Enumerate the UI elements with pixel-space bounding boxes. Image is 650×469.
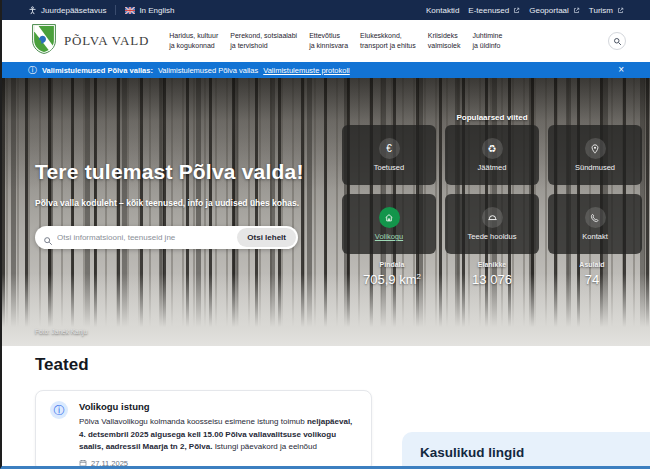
topbar-link-turism[interactable]: Turism — [589, 6, 624, 15]
stat-label: Pindala — [342, 261, 442, 268]
stat-pindala: Pindala 705,9 km2 — [342, 261, 442, 287]
accessibility-link[interactable]: Juurdepääsetavus — [28, 6, 106, 15]
notice-title: Volikogu istung — [79, 401, 357, 412]
stat-value: 705,9 km2 — [342, 272, 442, 287]
recycle-icon: ♻ — [482, 138, 503, 159]
external-link-icon — [513, 7, 520, 14]
notice-date-text: 27.11.2025 — [91, 459, 128, 468]
tile-kontakt[interactable]: Kontakt — [548, 194, 642, 254]
hero-section: Tere tulemast Põlva valda! Põlva valla k… — [2, 78, 650, 346]
banner-title: Valimistulemused Põlva vallas: — [42, 66, 153, 75]
language-switch[interactable]: In English — [125, 6, 174, 15]
hero-subtitle: Põlva valla koduleht – kõik teenused, in… — [35, 198, 299, 208]
notice-text: Põlva Vallavolikogu kolmanda koosseisu e… — [79, 416, 357, 454]
accessibility-label: Juurdepääsetavus — [41, 6, 106, 15]
phone-icon — [585, 207, 606, 228]
language-label: In English — [139, 6, 174, 15]
tile-label: Kontakt — [582, 232, 607, 241]
notice-card[interactable]: ⓘ Volikogu istung Põlva Vallavolikogu ko… — [35, 390, 372, 469]
header-search-button[interactable] — [608, 32, 626, 50]
topbar-divider — [115, 5, 116, 15]
euro-icon: € — [379, 138, 400, 159]
info-icon: ⓘ — [50, 401, 68, 419]
topbar-link-label: Turism — [589, 6, 613, 15]
search-icon — [43, 232, 53, 249]
notice-date: 27.11.2025 — [79, 459, 357, 469]
hero-title: Tere tulemast Põlva valda! — [35, 160, 304, 184]
tile-teede-hooldus[interactable]: Teede hooldus — [445, 194, 539, 254]
coat-of-arms-icon — [32, 24, 56, 58]
nav-elukeskkond[interactable]: Elukeskkond, transport ja ehitus — [360, 31, 416, 52]
info-icon: ⓘ — [28, 66, 37, 75]
topbar: Juurdepääsetavus In English Kontak — [2, 0, 650, 20]
helmet-icon — [482, 207, 503, 228]
hero-search-input[interactable] — [35, 226, 235, 249]
stat-asulaid: Asulaid 74 — [542, 261, 642, 287]
stat-label: Elanikke — [442, 261, 542, 268]
topbar-link-label: Kontaktid — [426, 6, 459, 15]
location-pin-icon — [585, 138, 606, 159]
topbar-link-label: Geoportaal — [529, 6, 569, 15]
tile-label: Volikogu — [375, 232, 403, 241]
photo-credit: Foto: Janek Kanju — [35, 328, 87, 335]
page: Juurdepääsetavus In English Kontak — [0, 0, 650, 469]
banner-text: Valimistulemused Põlva vallas — [158, 66, 258, 75]
popular-links-label: Populaarsed viited — [342, 113, 642, 122]
nav-juhtimine[interactable]: Juhtimine ja üldinfo — [472, 31, 502, 52]
quick-link-tiles: € Toetused ♻ Jäätmed Sündmused — [342, 125, 642, 254]
nav-perekond[interactable]: Perekond, sotsiaalabi ja tervishoid — [230, 31, 297, 52]
external-link-icon — [573, 7, 580, 14]
tile-toetused[interactable]: € Toetused — [342, 125, 436, 185]
tile-label: Jäätmed — [478, 163, 507, 172]
nav-kriisideks[interactable]: Kriisideks valmisolek — [428, 31, 461, 52]
hero-search: Otsi lehelt — [35, 226, 298, 249]
uk-flag-icon — [125, 7, 135, 14]
search-icon — [613, 34, 622, 49]
useful-links-panel: Kasulikud lingid — [402, 432, 650, 469]
banner-protocol-link[interactable]: Valimistulemuste protokoll — [263, 66, 350, 75]
stat-value: 74 — [542, 272, 642, 287]
home-icon — [379, 207, 400, 228]
brand-logo[interactable]: PÕLVA VALD — [32, 24, 149, 58]
topbar-link-kontaktid[interactable]: Kontaktid — [426, 6, 459, 15]
nav-ettevotlus[interactable]: Ettevõtlus ja kinnisvara — [309, 31, 348, 52]
nav-haridus[interactable]: Haridus, kultuur ja kogukonnad — [169, 31, 218, 52]
external-link-icon — [617, 7, 624, 14]
useful-links-heading: Kasulikud lingid — [420, 445, 650, 460]
close-icon[interactable]: × — [618, 65, 624, 75]
tile-jaatmed[interactable]: ♻ Jäätmed — [445, 125, 539, 185]
brand-name: PÕLVA VALD — [64, 33, 149, 49]
tile-label: Teede hooldus — [468, 232, 517, 241]
main-nav: Haridus, kultuur ja kogukonnad Perekond,… — [169, 31, 502, 52]
notices-heading: Teated — [35, 355, 89, 375]
alert-banner: ⓘ Valimistulemused Põlva vallas: Valimis… — [2, 62, 650, 78]
topbar-link-label: E-teenused — [468, 6, 509, 15]
accessibility-icon — [28, 6, 37, 15]
tile-volikogu[interactable]: Volikogu — [342, 194, 436, 254]
notices-section: Teated ⓘ Volikogu istung Põlva Vallavoli… — [2, 346, 650, 469]
stat-elanikke: Elanikke 13 076 — [442, 261, 542, 287]
site-header: PÕLVA VALD Haridus, kultuur ja kogukonna… — [2, 20, 650, 62]
tile-sundmused[interactable]: Sündmused — [548, 125, 642, 185]
tile-label: Sündmused — [575, 163, 615, 172]
municipality-stats: Pindala 705,9 km2 Elanikke 13 076 Asulai… — [342, 261, 642, 287]
stat-value: 13 076 — [442, 272, 542, 287]
topbar-link-e-teenused[interactable]: E-teenused — [468, 6, 520, 15]
topbar-link-geoportaal[interactable]: Geoportaal — [529, 6, 580, 15]
stat-label: Asulaid — [542, 261, 642, 268]
hero-search-submit[interactable]: Otsi lehelt — [237, 228, 296, 247]
tile-label: Toetused — [374, 163, 404, 172]
calendar-icon — [79, 459, 87, 469]
